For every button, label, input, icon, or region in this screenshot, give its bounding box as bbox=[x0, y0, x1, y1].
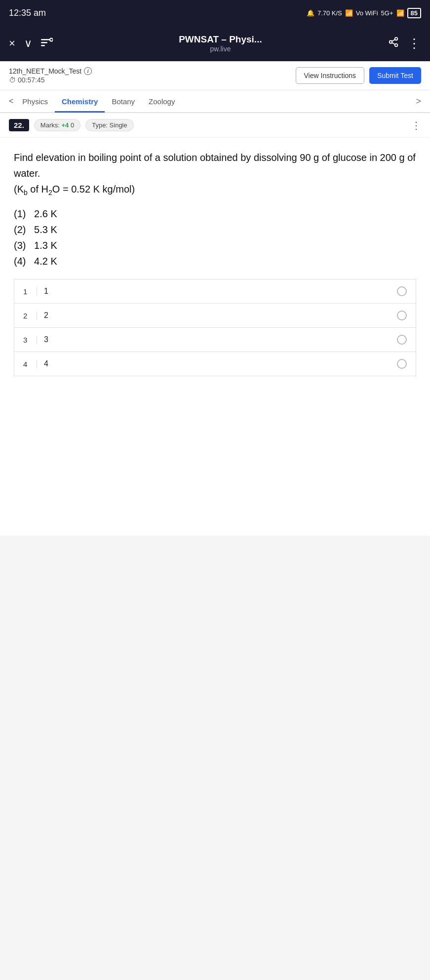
nav-title-area: PWNSAT – Physi... pw.live bbox=[62, 34, 379, 53]
option-text-2: (2) 5.3 K bbox=[14, 222, 416, 237]
svg-point-3 bbox=[50, 38, 53, 41]
svg-rect-1 bbox=[41, 42, 47, 43]
marks-badge: Marks: +4 0 bbox=[34, 119, 80, 131]
signal-bars-icon: 📶 bbox=[396, 9, 404, 17]
tab-next-chevron[interactable]: > bbox=[416, 96, 421, 107]
test-name-label: 12th_NEET_Mock_Test bbox=[9, 67, 81, 75]
bell-icon: 🔔 bbox=[307, 9, 314, 17]
tab-botany[interactable]: Botany bbox=[105, 91, 142, 112]
close-icon[interactable]: × bbox=[9, 37, 15, 50]
option-num-4: 4 bbox=[23, 360, 37, 368]
question-number: 22. bbox=[9, 119, 29, 131]
signal-label: 7.70 K/S bbox=[317, 9, 342, 17]
type-value: Single bbox=[110, 121, 127, 129]
battery-indicator: 85 bbox=[407, 8, 421, 18]
question-content: Find elevation in boiling point of a sol… bbox=[0, 138, 430, 384]
nav-bar: × ∨ PWNSAT – Physi... pw.live ⋮ bbox=[0, 26, 430, 61]
option-row-4[interactable]: 4 4 bbox=[14, 352, 416, 376]
subject-tabs: < Physics Chemistry Botany Zoology > bbox=[0, 90, 430, 113]
tab-chemistry[interactable]: Chemistry bbox=[55, 91, 105, 112]
test-info: 12th_NEET_Mock_Test i ⏱ 00:57:45 bbox=[9, 67, 92, 84]
wifi-icon: 📶 bbox=[345, 9, 353, 17]
option-radio-4[interactable] bbox=[397, 359, 407, 369]
filter-icon[interactable] bbox=[41, 38, 53, 50]
type-badge: Type: Single bbox=[85, 119, 134, 131]
marks-positive: +4 bbox=[61, 121, 69, 129]
timer-value: 00:57:45 bbox=[18, 76, 45, 84]
option-row-3[interactable]: 3 3 bbox=[14, 327, 416, 352]
tab-zoology[interactable]: Zoology bbox=[142, 91, 182, 112]
nav-title: PWNSAT – Physi... bbox=[179, 34, 262, 45]
option-radio-1[interactable] bbox=[397, 286, 407, 296]
option-row-2[interactable]: 2 2 bbox=[14, 303, 416, 327]
option-label-3: 3 bbox=[44, 335, 397, 344]
status-bar: 12:35 am 🔔 7.70 K/S 📶 Vo WiFi 5G+ 📶 85 bbox=[0, 0, 430, 26]
question-area: 22. Marks: +4 0 Type: Single ⋮ Find elev… bbox=[0, 113, 430, 536]
svg-rect-2 bbox=[41, 45, 45, 46]
svg-rect-0 bbox=[41, 39, 50, 40]
option-radio-3[interactable] bbox=[397, 335, 407, 345]
option-text-1: (1) 2.6 K bbox=[14, 206, 416, 222]
tab-prev-chevron[interactable]: < bbox=[9, 97, 13, 106]
chevron-down-icon[interactable]: ∨ bbox=[24, 37, 32, 50]
clock-icon: ⏱ bbox=[9, 76, 16, 84]
more-icon[interactable]: ⋮ bbox=[408, 36, 421, 51]
question-more-icon[interactable]: ⋮ bbox=[411, 119, 421, 131]
svg-point-4 bbox=[395, 38, 398, 40]
option-label-1: 1 bbox=[44, 287, 397, 296]
nav-actions: ⋮ bbox=[388, 36, 421, 51]
svg-line-7 bbox=[392, 42, 395, 44]
option-num-1: 1 bbox=[23, 287, 37, 296]
question-text: Find elevation in boiling point of a sol… bbox=[14, 150, 416, 269]
option-radio-2[interactable] bbox=[397, 311, 407, 320]
share-icon[interactable] bbox=[388, 37, 399, 50]
status-icons: 🔔 7.70 K/S 📶 Vo WiFi 5G+ 📶 85 bbox=[307, 8, 421, 18]
option-text-3: (3) 1.3 K bbox=[14, 237, 416, 253]
option-text-4: (4) 4.2 K bbox=[14, 253, 416, 269]
info-icon[interactable]: i bbox=[84, 67, 92, 75]
option-label-2: 2 bbox=[44, 311, 397, 320]
submit-test-button[interactable]: Submit Test bbox=[369, 67, 421, 84]
test-name: 12th_NEET_Mock_Test i bbox=[9, 67, 92, 75]
question-options: 1 1 2 2 3 3 4 4 bbox=[14, 279, 416, 376]
option-label-4: 4 bbox=[44, 359, 397, 368]
option-num-2: 2 bbox=[23, 312, 37, 320]
view-instructions-button[interactable]: View Instructions bbox=[296, 67, 365, 84]
test-header: 12th_NEET_Mock_Test i ⏱ 00:57:45 View In… bbox=[0, 61, 430, 90]
nav-subtitle: pw.live bbox=[210, 45, 231, 53]
svg-line-8 bbox=[392, 39, 395, 41]
option-row-1[interactable]: 1 1 bbox=[14, 279, 416, 303]
question-meta: 22. Marks: +4 0 Type: Single ⋮ bbox=[0, 113, 430, 138]
empty-space bbox=[0, 536, 430, 980]
test-timer: ⏱ 00:57:45 bbox=[9, 76, 92, 84]
tab-physics[interactable]: Physics bbox=[15, 91, 55, 112]
svg-point-5 bbox=[390, 40, 392, 43]
svg-point-6 bbox=[395, 44, 398, 47]
status-time: 12:35 am bbox=[9, 8, 46, 18]
option-num-3: 3 bbox=[23, 336, 37, 344]
test-actions: View Instructions Submit Test bbox=[296, 67, 421, 84]
network-label: 5G+ bbox=[381, 9, 393, 17]
wifi-label: Vo WiFi bbox=[356, 9, 378, 17]
